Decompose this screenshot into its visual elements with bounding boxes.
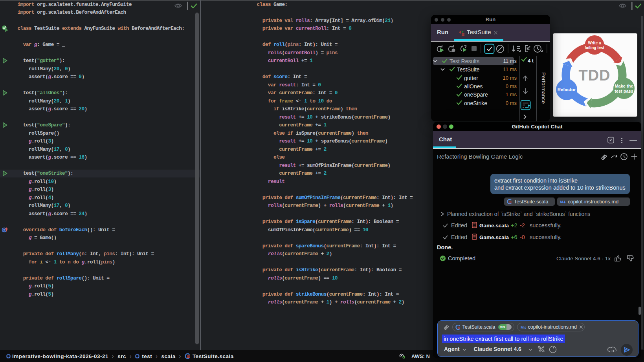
svg-text:Refactor: Refactor	[558, 87, 576, 92]
svg-text:Make the: Make the	[615, 84, 633, 88]
svg-text:failing test: failing test	[585, 46, 605, 50]
svg-text:test pass: test pass	[615, 89, 633, 93]
svg-text:M: M	[560, 199, 563, 204]
svg-text:TDD: TDD	[578, 67, 610, 84]
svg-text:M: M	[521, 325, 524, 329]
svg-text:Write a: Write a	[588, 41, 601, 45]
